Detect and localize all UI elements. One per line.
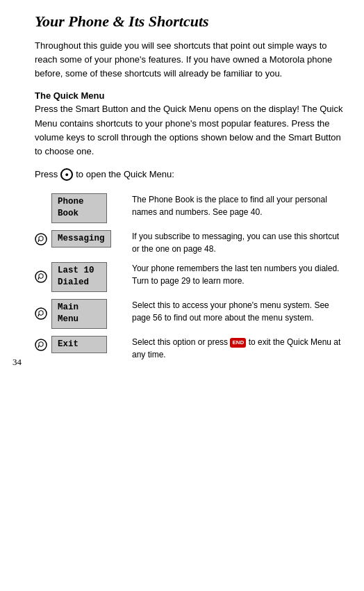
page-number: 34 (13, 357, 22, 368)
quick-menu-heading: The Quick Menu (35, 90, 343, 101)
menu-item-main-menu: Main Menu Select this to access your pho… (35, 299, 343, 329)
last-10-dialed-left: Last 10 Dialed (35, 262, 125, 292)
menu-item-last-10-dialed: Last 10 Dialed Your phone remembers the … (35, 262, 343, 292)
main-menu-desc: Select this to access your phone's menu … (132, 299, 343, 324)
messaging-box: Messaging (51, 230, 111, 248)
press-suffix: to open the Quick Menu: (76, 169, 174, 179)
page-title: Your Phone & Its Shortcuts (35, 13, 343, 31)
page-container: Your Phone & Its Shortcuts Throughout th… (0, 0, 364, 382)
messaging-desc: If you subscribe to messaging, you can u… (132, 230, 343, 255)
phone-book-box: Phone Book (51, 193, 107, 223)
main-menu-box: Main Menu (51, 299, 107, 329)
phone-book-left: Phone Book (35, 193, 125, 223)
intro-paragraph: Throughout this guide you will see short… (35, 39, 343, 81)
exit-bullet (35, 339, 47, 351)
svg-point-6 (35, 339, 47, 350)
last-10-dialed-box: Last 10 Dialed (51, 262, 107, 292)
svg-point-2 (35, 271, 47, 282)
smart-button-icon: ● (60, 168, 73, 181)
menu-item-messaging: Messaging If you subscribe to messaging,… (35, 230, 343, 255)
main-menu-bullet (35, 307, 47, 320)
press-label: Press (35, 169, 58, 179)
menu-item-exit: Exit Select this option or press END to … (35, 336, 343, 361)
svg-point-0 (35, 234, 47, 245)
svg-line-3 (38, 277, 39, 280)
last-10-dialed-desc: Your phone remembers the last ten number… (132, 262, 343, 287)
menu-items-list: Phone Book The Phone Book is the place t… (35, 193, 343, 361)
last-10-dialed-bullet (35, 270, 47, 283)
svg-line-7 (38, 346, 39, 348)
menu-item-phone-book: Phone Book The Phone Book is the place t… (35, 193, 343, 223)
press-line: Press ● to open the Quick Menu: (35, 168, 343, 181)
quick-menu-body: Press the Smart Button and the Quick Men… (35, 102, 343, 159)
phone-book-desc: The Phone Book is the place to find all … (132, 193, 343, 218)
quick-menu-section: The Quick Menu Press the Smart Button an… (35, 90, 343, 159)
messaging-bullet (35, 233, 47, 245)
main-menu-left: Main Menu (35, 299, 125, 329)
svg-line-1 (38, 240, 39, 242)
exit-desc: Select this option or press END to exit … (132, 336, 343, 361)
exit-left: Exit (35, 336, 125, 354)
end-badge: END (230, 338, 246, 348)
messaging-left: Messaging (35, 230, 125, 248)
svg-line-5 (38, 314, 39, 316)
exit-box: Exit (51, 336, 107, 354)
svg-point-4 (35, 308, 47, 319)
